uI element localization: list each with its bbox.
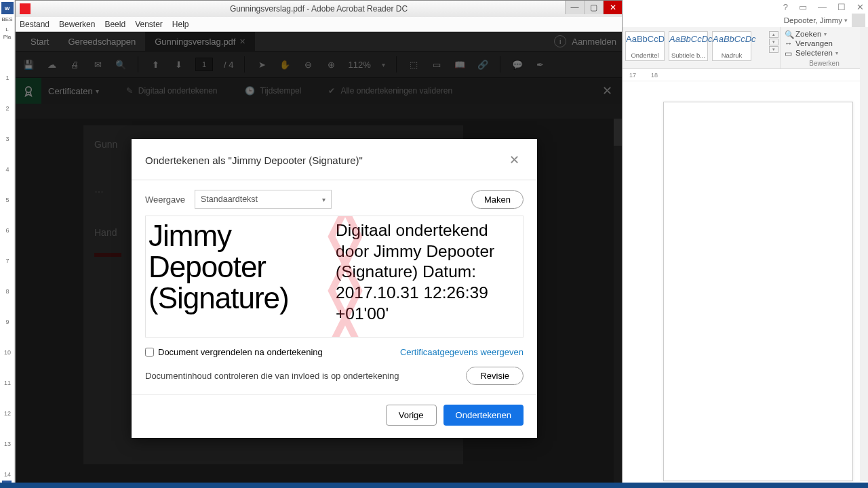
- style-label: Nadruk: [713, 52, 751, 59]
- search-icon: 🔍: [785, 30, 793, 38]
- ruler-tick: 18: [651, 72, 658, 79]
- menu-help[interactable]: Help: [172, 20, 189, 29]
- ruler-tick: 14: [0, 471, 15, 478]
- appearance-label: Weergave: [145, 195, 185, 205]
- windows-taskbar[interactable]: [0, 483, 868, 488]
- ruler-tick: 10: [0, 349, 15, 356]
- editing-group-label: Bewerken: [781, 60, 868, 67]
- menu-file[interactable]: Bestand: [20, 20, 50, 29]
- ruler-tick: 8: [0, 288, 15, 295]
- replace-icon: ↔: [785, 39, 793, 47]
- app-body-dimmed: Start Gereedschappen Gunningsverslag.pdf…: [16, 32, 622, 487]
- style-card-subtiele[interactable]: AaBbCcDc Subtiele b...: [669, 31, 708, 61]
- style-label: Ondertitel: [626, 52, 664, 59]
- sign-button[interactable]: Ondertekenen: [443, 405, 524, 426]
- background-word-left-strip: W BES L Pla 1 2 3 4 5 6 7 8 9 10 11 12 1…: [0, 0, 15, 488]
- dialog-close-button[interactable]: ✕: [505, 151, 524, 169]
- word-minimize-button[interactable]: —: [818, 2, 827, 12]
- signature-details: Digitaal ondertekend door Jimmy Depooter…: [334, 216, 523, 337]
- lock-document-label: Document vergrendelen na ondertekening: [158, 347, 323, 357]
- lock-document-checkbox[interactable]: [145, 348, 154, 357]
- back-button[interactable]: Vorige: [386, 405, 437, 426]
- title-bar: Gunningsverslag.pdf - Adobe Acrobat Read…: [16, 1, 622, 17]
- ruler-tick: 9: [0, 319, 15, 325]
- chevron-down-icon: ▾: [835, 50, 838, 56]
- review-content-label: Documentinhoud controleren die van invlo…: [145, 371, 399, 381]
- ruler-tick: 12: [0, 410, 15, 417]
- background-label-l: L: [0, 26, 14, 33]
- ruler-tick: 5: [0, 197, 15, 203]
- word-icon: W: [1, 2, 14, 14]
- acrobat-window: Gunningsverslag.pdf - Adobe Acrobat Read…: [15, 0, 623, 488]
- ruler-tick: 2: [0, 105, 15, 112]
- replace-button[interactable]: ↔ Vervangen: [785, 39, 864, 47]
- sign-dialog: Ondertekenen als "Jimmy Depooter (Signat…: [132, 139, 537, 438]
- style-card-nadruk[interactable]: AaBbCcDc Nadruk: [712, 31, 751, 61]
- word-horizontal-ruler: 17 18: [623, 69, 868, 81]
- ruler-tick: 3: [0, 136, 15, 142]
- ruler-tick: 7: [0, 258, 15, 264]
- word-maximize-button[interactable]: ☐: [837, 2, 846, 12]
- ruler-tick: 13: [0, 441, 15, 447]
- background-label-pla: Pla: [0, 34, 14, 40]
- menu-view[interactable]: Beeld: [104, 20, 125, 29]
- ruler-tick: 4: [0, 166, 15, 173]
- appearance-dropdown-value: Standaardtekst: [201, 195, 258, 204]
- word-user-account[interactable]: Depooter, Jimmy ▾: [623, 14, 868, 27]
- word-ribbon: AaBbCcD Ondertitel AaBbCcDc Subtiele b..…: [623, 27, 868, 69]
- style-label: Subtiele b...: [669, 52, 707, 59]
- word-vertical-scrollbar[interactable]: [860, 27, 868, 481]
- menu-edit[interactable]: Bewerken: [59, 20, 95, 29]
- certificate-details-link[interactable]: Certificaatgegevens weergeven: [400, 347, 524, 357]
- word-caption-buttons: ? ▭ — ☐ ✕: [623, 0, 868, 14]
- editing-group: 🔍 Zoeken ▾ ↔ Vervangen ▭ Selecteren ▾ Be…: [780, 27, 868, 68]
- background-label-bes: BES: [0, 16, 14, 22]
- select-icon: ▭: [785, 49, 793, 57]
- ruler-tick: 1: [0, 75, 15, 81]
- appearance-dropdown[interactable]: Standaardtekst ▾: [195, 190, 332, 209]
- maximize-button[interactable]: ▢: [584, 1, 603, 14]
- window-title: Gunningsverslag.pdf - Adobe Acrobat Read…: [16, 4, 622, 14]
- ruler-tick: 11: [0, 380, 15, 386]
- menu-window[interactable]: Venster: [135, 20, 163, 29]
- styles-gallery[interactable]: AaBbCcD Ondertitel AaBbCcDc Subtiele b..…: [623, 27, 780, 68]
- word-page: [663, 102, 853, 481]
- style-card-ondertitel[interactable]: AaBbCcD Ondertitel: [625, 31, 665, 61]
- find-button[interactable]: 🔍 Zoeken ▾: [785, 30, 864, 38]
- chevron-down-icon: ▾: [322, 196, 326, 203]
- minimize-button[interactable]: —: [565, 1, 584, 14]
- ruler-tick: 17: [629, 72, 636, 79]
- ruler-tick: 6: [0, 227, 15, 234]
- select-button[interactable]: ▭ Selecteren ▾: [785, 49, 864, 57]
- style-sample: AaBbCcD: [626, 34, 664, 44]
- close-window-button[interactable]: ✕: [603, 1, 622, 14]
- chevron-down-icon: ▾: [844, 17, 848, 24]
- menu-bar: Bestand Bewerken Beeld Venster Help: [16, 17, 622, 32]
- word-close-button[interactable]: ✕: [856, 2, 864, 12]
- background-word-window: ? ▭ — ☐ ✕ Depooter, Jimmy ▾ AaBbCcD Onde…: [623, 0, 868, 488]
- signature-preview: Jimmy Depooter (Signature) Digitaal onde…: [145, 216, 524, 338]
- style-sample: AaBbCcDc: [669, 34, 707, 44]
- word-user-name: Depooter, Jimmy: [784, 16, 842, 24]
- style-sample: AaBbCcDc: [713, 34, 751, 44]
- ribbon-options-icon[interactable]: ▭: [799, 2, 807, 12]
- dialog-title: Ondertekenen als "Jimmy Depooter (Signat…: [145, 155, 363, 166]
- chevron-down-icon: ▾: [824, 31, 827, 37]
- create-button[interactable]: Maken: [471, 190, 524, 209]
- review-button[interactable]: Revisie: [466, 367, 524, 385]
- help-icon[interactable]: ?: [783, 2, 788, 12]
- styles-spinner[interactable]: ▴▾▾: [769, 31, 778, 53]
- signature-name: Jimmy Depooter (Signature): [146, 216, 334, 337]
- avatar: [852, 14, 865, 27]
